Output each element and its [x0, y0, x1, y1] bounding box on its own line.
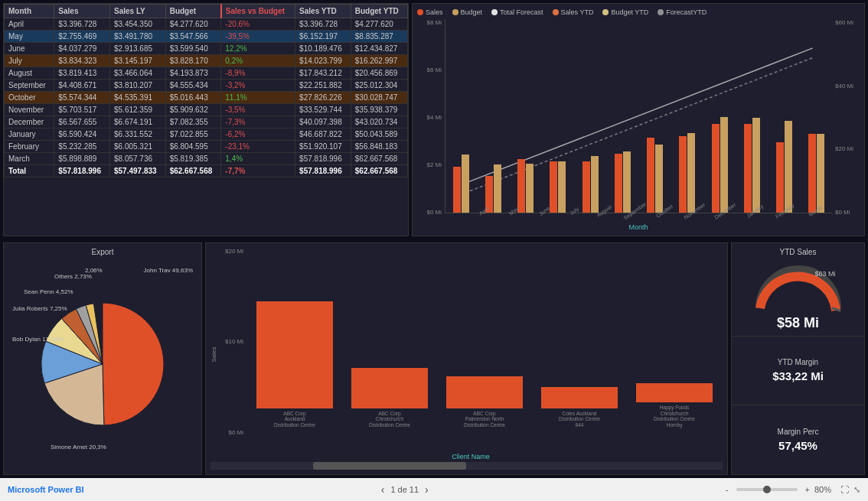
cell-sales-ytd: $3.396.728: [295, 18, 351, 31]
cell-sales-ly: $3.145.197: [110, 55, 166, 67]
cell-svb: -3,5%: [221, 104, 295, 116]
cell-sales-ytd: $40.097.398: [295, 116, 351, 129]
cell-budget-ytd: $4.277.620: [351, 18, 407, 31]
cell-sales: $4.408.671: [54, 80, 110, 92]
x-axis-title: Month: [445, 223, 832, 231]
cell-svb: -7,7%: [221, 165, 295, 177]
table-row: March $5.898.889 $8.057.736 $5.819.385 1…: [5, 153, 408, 165]
bar-budget: [720, 117, 728, 213]
bar-budget: [623, 151, 631, 213]
pie-container: John Trav 49,63% Simone Arnet 20,3% Bob …: [8, 259, 197, 470]
y-label-left: $8 Mi: [426, 19, 442, 26]
cell-budget: $3.547.566: [165, 31, 221, 43]
pie-label-2pct: 2,06%: [85, 267, 103, 274]
cell-sales: $4.037.279: [54, 43, 110, 55]
legend-label: Sales: [426, 8, 443, 16]
cell-sales-ytd: $14.023.799: [295, 55, 351, 67]
margin-perc-title: Margin Perc: [778, 428, 819, 436]
cell-budget: $7.022.855: [165, 129, 221, 141]
table-row: April $3.396.728 $3.454.350 $4.277.620 -…: [5, 18, 408, 31]
ytd-margin-title: YTD Margin: [778, 358, 818, 366]
bar-sales: [679, 136, 687, 213]
col-month: Month: [5, 5, 54, 18]
cell-sales-ytd: $46.687.822: [295, 129, 351, 141]
bar-budget: [687, 133, 695, 213]
cell-sales-ly: $6.674.191: [110, 116, 166, 129]
cell-budget: $4.193.873: [165, 67, 221, 80]
cell-svb: -3,2%: [221, 80, 295, 92]
bar2-x-title: Client Name: [219, 453, 723, 460]
cell-svb: -39,5%: [221, 31, 295, 43]
cell-budget: $5.819.385: [165, 153, 221, 165]
bar-sales: [647, 138, 654, 213]
cell-month: March: [5, 153, 54, 165]
nav-prev-btn[interactable]: ‹: [381, 483, 385, 496]
zoom-minus-btn[interactable]: -: [726, 485, 729, 494]
bar-pair: [808, 19, 824, 213]
pie-panel: Export John Trav 49,63% Simone Arnet 20,…: [3, 242, 202, 476]
bar-pair: [744, 19, 760, 213]
window-icon[interactable]: ⤡: [853, 485, 860, 495]
zoom-plus-btn[interactable]: +: [805, 485, 810, 494]
bar-sales: [712, 124, 720, 213]
bar-sales: [453, 167, 461, 213]
cell-sales-ytd: $57.818.996: [295, 153, 351, 165]
y-axis-left: $8 Mi$6 Mi$4 Mi$2 Mi$0 Mi: [417, 19, 445, 231]
cell-budget-ytd: $12.434.827: [351, 43, 407, 55]
col-sales-ytd: Sales YTD: [295, 5, 351, 18]
bar-group: [511, 19, 541, 213]
bar-pair: [485, 19, 501, 213]
sales-axis-label: Sales: [210, 248, 217, 461]
cell-month: Total: [5, 165, 54, 177]
bar-pair: [712, 19, 728, 213]
bar-budget: [817, 134, 824, 213]
gauge-svg: $63 Mi: [752, 262, 844, 312]
pie-label-john: John Trav 49,63%: [144, 267, 193, 274]
legend-label: ForecastYTD: [666, 8, 706, 16]
cell-sales: $6.567.655: [54, 116, 110, 129]
legend-dot: [553, 9, 559, 15]
bar-group: [801, 19, 832, 213]
table-row: December $6.567.655 $6.674.191 $7.082.35…: [5, 116, 408, 129]
cell-month: May: [5, 31, 54, 43]
cell-svb: 11,1%: [221, 92, 295, 104]
legend-label: Sales YTD: [561, 8, 594, 16]
y-label-right: $20 Mi: [835, 145, 853, 152]
cell-budget-ytd: $25.012.304: [351, 80, 407, 92]
bars-container: AprilMayJuneJulyAugustSeptemberOctoberNo…: [445, 19, 832, 231]
legend-item: Total Forecast: [491, 8, 543, 16]
fullscreen-icon[interactable]: ⛶: [840, 485, 849, 494]
cell-sales: $5.898.889: [54, 153, 110, 165]
chart-area: $8 Mi$6 Mi$4 Mi$2 Mi$0 Mi AprilMayJuneJu…: [417, 19, 860, 231]
bar2-col: Happy Foods Christchurch Distribution Ce…: [629, 251, 720, 429]
scrollbar[interactable]: [210, 462, 723, 470]
nav-next-btn[interactable]: ›: [425, 483, 429, 496]
bar2-bar: [446, 376, 523, 408]
cell-month: July: [5, 55, 54, 67]
cell-budget: $3.828.170: [165, 55, 221, 67]
cell-month: October: [5, 92, 54, 104]
y-axis-right: $60 Mi$40 Mi$20 Mi$0 Mi: [832, 19, 860, 231]
cell-budget: $5.909.632: [165, 104, 221, 116]
legend-label: Total Forecast: [500, 8, 543, 16]
zoom-value: 80%: [814, 485, 831, 494]
bar-group: [543, 19, 573, 213]
y-label-right: $40 Mi: [835, 83, 853, 89]
bar-pair: [647, 19, 663, 213]
zoom-slider[interactable]: [736, 488, 798, 491]
bar-chart2-inner: $20 Mi$10 Mi$0 Mi ABC Corp Auckland Dist…: [219, 248, 723, 452]
bar-pair: [615, 19, 631, 213]
cell-sales: $3.396.728: [54, 18, 110, 31]
bar-budget: [655, 145, 663, 213]
pie-label-sean: Sean Penn 4,52%: [24, 288, 73, 295]
table-row: June $4.037.279 $2.913.685 $3.599.540 12…: [5, 43, 408, 55]
legend-item: Budget YTD: [602, 8, 648, 16]
line-chart-panel: SalesBudgetTotal ForecastSales YTDBudget…: [412, 3, 865, 236]
bar-group: [640, 19, 671, 213]
legend-dot: [602, 9, 609, 15]
table-row: August $3.819.413 $3.466.064 $4.193.873 …: [5, 67, 408, 80]
bars-inner: [445, 19, 832, 213]
powerbi-link[interactable]: Microsoft Power BI: [8, 485, 84, 494]
cell-sales: $3.834.323: [54, 55, 110, 67]
cell-sales-ytd: $57.818.996: [295, 165, 351, 177]
